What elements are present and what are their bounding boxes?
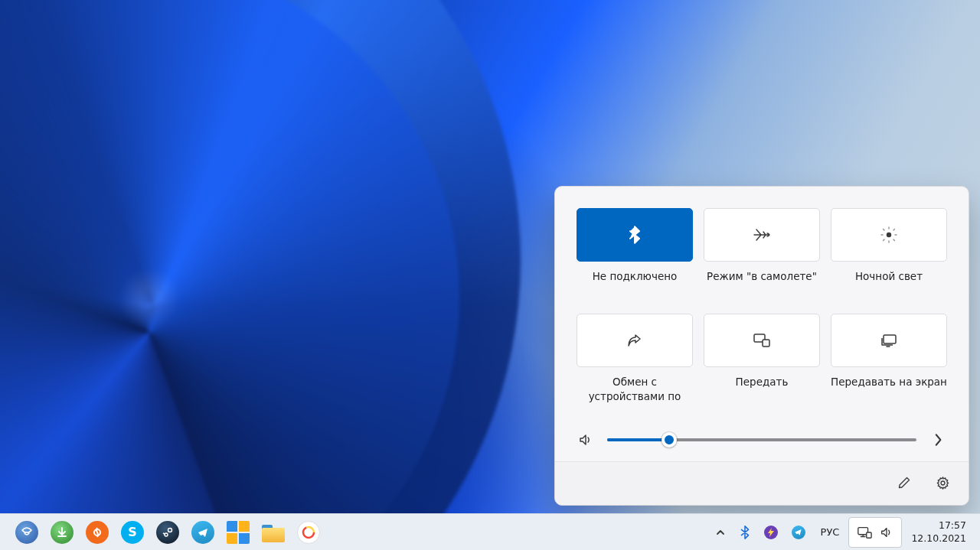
taskbar-app-file-explorer[interactable] [257,516,289,548]
cast-icon [753,333,771,348]
network-volume-tray[interactable] [848,517,902,548]
night-light-icon [880,226,897,243]
taskbar-app-steam[interactable] [152,516,184,548]
tile-bluetooth: Не подключено [577,208,693,285]
quick-settings-flyout: Не подключено Режим "в самолете" Ночной … [554,186,969,506]
taskbar-app-thunderbird[interactable] [11,516,43,548]
taskbar: S [0,513,980,550]
gear-icon [936,476,950,490]
tile-label: Режим "в самолете" [707,269,817,285]
bluetooth-icon [628,226,642,244]
telegram-icon [792,526,805,539]
clock-tray[interactable]: 17:57 12.10.2021 [903,517,974,548]
share-icon [626,333,643,348]
night-light-toggle[interactable] [831,208,947,262]
taskbar-app-yandex-music[interactable] [292,516,325,548]
clock-time: 17:57 [911,519,966,532]
quick-settings-tiles: Не подключено Режим "в самолете" Ночной … [577,208,947,405]
tile-airplane-mode: Режим "в самолете" [704,208,820,285]
volume-slider[interactable] [607,434,916,446]
tile-label: Обмен с устройствами по [577,375,693,405]
svg-rect-3 [884,335,896,343]
language-indicator[interactable]: РУС [813,517,848,548]
tile-nearby-sharing: Обмен с устройствами по [577,314,693,405]
tile-project: Передавать на экран [831,314,947,405]
svg-point-0 [887,233,891,237]
taskbar-app-window-tool[interactable] [222,516,254,548]
volume-icon-button[interactable] [577,432,595,447]
chevron-up-icon [715,527,726,538]
taskbar-app-origin[interactable] [81,516,113,548]
volume-mixer-expand[interactable] [929,433,947,447]
speaker-icon [880,526,893,539]
svg-rect-2 [763,340,769,347]
taskbar-app-download-manager[interactable] [46,516,78,548]
taskbar-pinned-apps: S [11,516,325,548]
airplane-mode-toggle[interactable] [704,208,820,262]
slider-fill [607,438,669,441]
taskbar-app-telegram[interactable] [187,516,219,548]
bolt-icon [764,526,778,539]
bluetooth-toggle[interactable] [577,208,693,262]
thunderbird-icon [15,521,38,544]
svg-point-6 [168,528,172,532]
pencil-icon [897,476,911,490]
tray-bolt[interactable] [758,517,784,548]
svg-point-4 [941,481,945,485]
taskbar-system-tray: РУС 17:57 12.10.2021 [709,517,980,548]
tray-telegram[interactable] [786,517,812,548]
settings-button[interactable] [927,468,958,497]
yandex-music-icon [297,521,320,544]
clock-date: 12.10.2021 [911,532,966,545]
project-toggle[interactable] [831,314,947,367]
cast-toggle[interactable] [704,314,820,367]
tile-label: Передавать на экран [831,375,947,390]
origin-icon [86,521,109,544]
volume-row [577,432,947,447]
file-explorer-icon [262,522,285,542]
nearby-sharing-toggle[interactable] [577,314,693,367]
tray-bluetooth[interactable] [733,517,756,548]
ethernet-icon [857,526,872,539]
window-tool-icon [227,521,250,544]
steam-icon [156,521,179,544]
language-label: РУС [821,526,840,538]
slider-thumb[interactable] [662,432,677,447]
project-icon [880,333,898,348]
chevron-right-icon [933,433,943,447]
tile-label: Ночной свет [855,269,923,285]
edit-quick-settings-button[interactable] [889,468,920,497]
speaker-icon [578,432,593,447]
download-manager-icon [51,521,74,544]
telegram-icon [191,521,214,544]
quick-settings-footer [555,461,969,505]
bluetooth-icon [740,526,750,539]
taskbar-app-skype[interactable]: S [116,516,149,548]
tile-cast: Передать [704,314,820,405]
airplane-icon [753,227,771,242]
skype-icon: S [121,521,144,544]
tile-night-light: Ночной свет [831,208,947,285]
tile-label: Передать [736,375,789,390]
svg-rect-11 [867,532,871,538]
tile-label: Не подключено [593,269,678,285]
tray-overflow-button[interactable] [709,517,732,548]
